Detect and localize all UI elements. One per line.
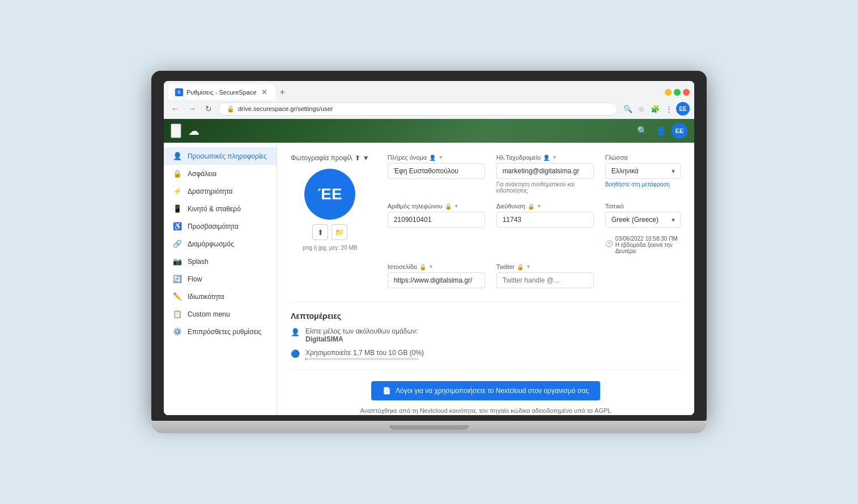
- back-button[interactable]: ←: [168, 102, 182, 115]
- sidebar-item-label: Ασφάλεια: [188, 170, 216, 178]
- locale-select[interactable]: Greek (Greece) English (US) English (UK): [605, 212, 681, 228]
- full-name-input[interactable]: [388, 163, 485, 179]
- activity-icon: ⚡: [173, 187, 182, 195]
- browser-window: S Ρυθμίσεις - SecureSpace ✕ + ←: [164, 81, 694, 415]
- forward-button[interactable]: →: [185, 102, 199, 115]
- profile-section: Φωτογραφία προφίλ ⬆ ▼ ΈΕ ⬆ 📁: [291, 154, 681, 288]
- address-bar[interactable]: 🔒 drive.securespace.gr/settings/user: [218, 102, 618, 116]
- sidebar-item-security[interactable]: 🔒 Ασφάλεια: [164, 165, 277, 182]
- personal-icon: 👤: [173, 152, 182, 160]
- minimize-button[interactable]: [665, 89, 672, 96]
- language-select[interactable]: Ελληνικά English Deutsch: [605, 163, 681, 179]
- phone-chevron-icon: ▼: [454, 203, 459, 209]
- upload-photo-button[interactable]: ⬆: [312, 224, 328, 240]
- reload-button[interactable]: ↻: [202, 102, 215, 115]
- cta-icon: 📄: [383, 387, 391, 395]
- cta-button[interactable]: 📄 Λόγοι για να χρησιμοποιήσετε το Nextcl…: [371, 381, 600, 400]
- browser-profile-avatar[interactable]: EE: [676, 102, 690, 116]
- app-body: 👤 Προσωπικές πληροφορίες 🔒 Ασφάλεια ⚡ Δρ…: [164, 143, 694, 415]
- window-controls: [665, 89, 690, 96]
- search-icon[interactable]: 🔍: [621, 102, 635, 116]
- email-label: Ηλ.Ταχυδρομείο 👤 ▼: [496, 154, 594, 161]
- choose-from-files-button[interactable]: 📁: [332, 224, 347, 240]
- twitter-chevron-icon: ▼: [526, 264, 531, 270]
- sidebar-item-personal[interactable]: 👤 Προσωπικές πληροφορίες: [164, 147, 277, 165]
- website-group: Ιστοσελίδα 🔒 ▼: [388, 263, 485, 288]
- app-header: ⊞ ☁ 🔍 👤 EE: [164, 119, 694, 143]
- email-lock-icon: 👤: [543, 155, 550, 161]
- timezone-row: 🕐 03/06/2022 10:58:30 ΠΜ Η εβδομάδα ξεκι…: [605, 233, 681, 254]
- flow-icon: 🔄: [173, 275, 182, 283]
- header-banner: [164, 119, 694, 143]
- sidebar-item-splash[interactable]: 📷 Splash: [164, 253, 277, 270]
- address-group: Διεύθυνση 🔒 ▼: [496, 203, 594, 254]
- laptop-screen: S Ρυθμίσεις - SecureSpace ✕ + ←: [151, 71, 707, 421]
- phone-input[interactable]: [388, 212, 485, 228]
- laptop-shell: S Ρυθμίσεις - SecureSpace ✕ + ←: [151, 71, 707, 433]
- twitter-input[interactable]: [496, 272, 594, 288]
- sidebar-item-sharing[interactable]: 🔗 Διαμόρφωσμός: [164, 235, 277, 253]
- phone-lock-icon: 🔒: [445, 203, 452, 210]
- profile-form: Πλήρες όνομα 👤 ▼ Ηλ.Ταχυδρομεί: [388, 154, 681, 288]
- sidebar-item-label: Δραστηριότητα: [188, 187, 233, 195]
- header-actions: 🔍 👤 EE: [634, 123, 687, 139]
- sidebar-item-activity[interactable]: ⚡ Δραστηριότητα: [164, 182, 277, 200]
- language-label: Γλώσσα: [605, 154, 681, 161]
- close-button[interactable]: [683, 89, 690, 96]
- accessibility-icon: ♿: [173, 222, 182, 230]
- new-tab-button[interactable]: +: [275, 85, 290, 100]
- locale-group: Τοπικό Greek (Greece) English (US) Engli…: [605, 203, 681, 254]
- twitter-lock-icon: 🔒: [517, 264, 524, 270]
- browser-titlebar: S Ρυθμίσεις - SecureSpace ✕ +: [164, 81, 694, 100]
- phone-group: Αριθμός τηλεφώνου 🔒 ▼: [388, 203, 485, 254]
- extension-icon[interactable]: 🧩: [648, 102, 662, 116]
- sidebar-item-label: Επιπρόσθετες ρυθμίσεις: [188, 328, 261, 336]
- avatar-label: Φωτογραφία προφίλ ⬆ ▼: [291, 154, 369, 162]
- email-input[interactable]: [496, 163, 594, 179]
- website-input[interactable]: [388, 272, 485, 288]
- avatar-section: Φωτογραφία προφίλ ⬆ ▼ ΈΕ ⬆ 📁: [291, 154, 369, 288]
- chevron-icon: ▼: [438, 155, 443, 160]
- sidebar-item-flow[interactable]: 🔄 Flow: [164, 270, 277, 288]
- sidebar-item-label: Flow: [188, 275, 202, 283]
- apps-grid-button[interactable]: ⊞: [171, 123, 181, 138]
- address-input[interactable]: [496, 212, 594, 228]
- groups-icon: 👤: [291, 328, 300, 336]
- full-name-group: Πλήρες όνομα 👤 ▼: [388, 154, 485, 194]
- sidebar-item-privacy[interactable]: ✏️ Ιδιωτικότητα: [164, 288, 277, 305]
- locale-select-wrapper: Greek (Greece) English (US) English (UK)…: [605, 212, 681, 228]
- timezone-info: 03/06/2022 10:58:30 ΠΜ Η εβδομάδα ξεκινά…: [615, 236, 681, 254]
- sidebar-item-custom-menu[interactable]: 📋 Custom menu: [164, 305, 277, 323]
- tab-bar: S Ρυθμίσεις - SecureSpace ✕ +: [168, 84, 658, 100]
- header-user-button[interactable]: 👤: [653, 123, 669, 139]
- tab-close-button[interactable]: ✕: [260, 88, 269, 96]
- sidebar-item-accessibility[interactable]: ♿ Προσβασιμότητα: [164, 217, 277, 235]
- sidebar-item-advanced[interactable]: ⚙️ Επιπρόσθετες ρυθμίσεις: [164, 323, 277, 340]
- header-avatar[interactable]: EE: [672, 123, 687, 139]
- settings-icon[interactable]: ⋮: [663, 102, 675, 116]
- active-tab[interactable]: S Ρυθμίσεις - SecureSpace ✕: [168, 84, 275, 100]
- maximize-button[interactable]: [674, 89, 681, 96]
- full-name-lock-icon: 👤: [429, 155, 436, 161]
- groups-row: 👤 Είστε μέλος των ακόλουθων ομάδων: Digi…: [291, 327, 681, 343]
- tab-favicon: S: [175, 88, 183, 96]
- language-select-wrapper: Ελληνικά English Deutsch ▼: [605, 163, 681, 179]
- privacy-icon: ✏️: [173, 292, 182, 301]
- language-help-link[interactable]: Βοηθήστε στη μετάφραση: [605, 181, 681, 187]
- avatar-hint: png ή jpg, μεγ. 20 MB: [303, 245, 357, 251]
- sidebar-item-mobile[interactable]: 📱 Κινητό & σταθερό: [164, 200, 277, 217]
- main-content: Φωτογραφία προφίλ ⬆ ▼ ΈΕ ⬆ 📁: [277, 143, 694, 415]
- sharing-icon: 🔗: [173, 240, 182, 248]
- security-icon: 🔒: [173, 169, 182, 178]
- clock-icon: 🕐: [605, 240, 613, 247]
- website-lock-icon: 🔒: [419, 264, 426, 270]
- footer-section: 📄 Λόγοι για να χρησιμοποιήσετε το Nextcl…: [291, 369, 681, 415]
- avatar-actions: ⬆ 📁: [312, 224, 347, 240]
- app-content: ⊞ ☁ 🔍 👤 EE 👤 Προσωπικές πλη: [164, 119, 694, 415]
- menu-icon: 📋: [173, 310, 182, 318]
- header-search-button[interactable]: 🔍: [634, 123, 651, 139]
- sidebar-item-label: Προσωπικές πληροφορίες: [188, 152, 267, 160]
- chevron-down-icon: ▼: [363, 154, 369, 162]
- tab-label: Ρυθμίσεις - SecureSpace: [186, 89, 257, 96]
- bookmark-icon[interactable]: ☆: [636, 102, 647, 116]
